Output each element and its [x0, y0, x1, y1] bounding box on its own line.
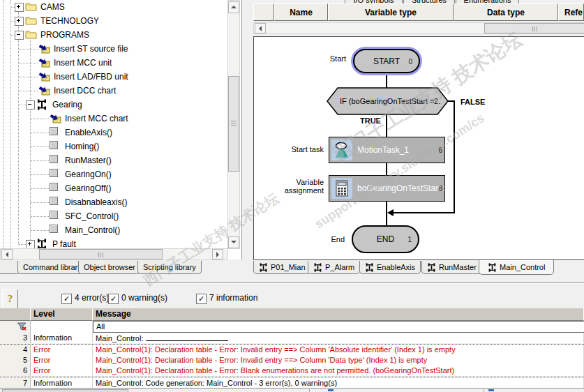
start-side-label: Start — [303, 54, 346, 63]
message-table-corner-header — [0, 308, 31, 321]
tab-label: Command library — [23, 262, 82, 273]
tree-item-gearingon[interactable]: GearingOn() — [0, 167, 225, 181]
tree-item-main-control[interactable]: Main_Control() — [0, 223, 225, 237]
block-number: 8 — [438, 185, 442, 193]
scroll-thumb[interactable] — [484, 23, 584, 33]
tab-label: Scripting library — [143, 262, 196, 273]
declaration-horizontal-scrollbar[interactable] — [253, 22, 584, 34]
expand-plus-icon[interactable] — [15, 3, 24, 12]
tree-item-runmaster[interactable]: RunMaster() — [0, 153, 225, 167]
folder-icon — [25, 15, 37, 25]
tab-p01-mian[interactable]: P01_Mian — [253, 261, 311, 274]
mcc-chart-canvas[interactable]: Start START 0 IF (boGearingOnTestStart =… — [253, 36, 584, 260]
row-message: Main_Control: Code generation: Main_Cont… — [93, 378, 584, 388]
tab-object-browser[interactable]: Object browser — [78, 261, 141, 274]
filter-funnel-icon — [17, 322, 27, 331]
expand-plus-icon[interactable] — [15, 17, 24, 26]
column-header-name[interactable]: Name — [274, 3, 328, 21]
mcc-unit-icon — [36, 99, 47, 110]
message-table-level-header[interactable]: Level — [31, 308, 93, 321]
column-label: Refe — [564, 8, 583, 17]
warnings-checkbox[interactable] — [108, 294, 119, 304]
tree-item-cams[interactable]: CAMS — [0, 0, 225, 14]
program-icon — [50, 211, 58, 219]
start-block[interactable]: START 0 — [353, 49, 420, 73]
start-block-label: START — [373, 56, 400, 66]
scroll-up-button[interactable] — [228, 1, 239, 13]
information-checkbox[interactable] — [196, 294, 207, 304]
program-icon — [50, 225, 58, 233]
tab-enableaxis[interactable]: EnableAxis — [359, 261, 421, 274]
filter-row-corner[interactable] — [0, 321, 31, 333]
tree-item-insert-mcc-unit[interactable]: Insert MCC unit — [0, 56, 225, 70]
tab-p-alarm[interactable]: P_Alarm — [308, 261, 360, 274]
folder-icon — [25, 1, 37, 11]
tab-main-control[interactable]: Main_Control — [479, 260, 554, 275]
decision-block[interactable]: IF (boGearingOnTestStart =... — [340, 97, 441, 105]
tree-item-insert-st-source[interactable]: Insert ST source file — [0, 42, 225, 56]
tree-item-label: Insert MCC unit — [52, 58, 113, 68]
output-message-pane: ? 4 error(s) 0 warning(s) 7 information … — [0, 282, 584, 392]
scroll-down-button[interactable] — [228, 236, 239, 248]
tab-label: Object browser — [84, 262, 135, 273]
motion-task-icon — [331, 140, 352, 160]
column-header-reference[interactable]: Refe — [558, 3, 584, 21]
folder-icon — [25, 29, 37, 39]
tree-connector — [31, 119, 49, 119]
scroll-thumb[interactable] — [228, 76, 239, 172]
bottom-tab-icon — [328, 389, 334, 391]
variable-assignment-block[interactable]: boGearingOnTestStart :.. 8 — [329, 175, 445, 202]
expand-minus-icon[interactable] — [15, 31, 24, 40]
tab-command-library[interactable]: Command library — [17, 261, 87, 274]
tab-runmaster[interactable]: RunMaster — [421, 261, 482, 274]
errors-checkbox[interactable] — [61, 294, 72, 304]
tree-item-enableaxis[interactable]: EnableAxis() — [0, 126, 225, 140]
bottom-tab[interactable] — [2, 389, 128, 392]
tree-item-homing[interactable]: Homing() — [0, 140, 225, 153]
scroll-left-button[interactable] — [1, 249, 13, 259]
bottom-tab-strip — [0, 388, 584, 392]
column-header-corner — [253, 3, 274, 21]
tree-item-insert-dcc[interactable]: Insert DCC chart — [0, 84, 225, 98]
tree-item-sfc-control[interactable]: SFC_Control() — [0, 209, 225, 223]
row-level: Error — [31, 365, 93, 376]
tree-vertical-scrollbar[interactable] — [227, 0, 240, 249]
mcc-chart-icon — [365, 263, 374, 272]
tab-label: EnableAxis — [377, 262, 415, 273]
scroll-thumb[interactable] — [39, 249, 163, 259]
tree-item-programs[interactable]: PROGRAMS — [0, 28, 225, 42]
start-task-block[interactable]: MotionTask_1 6 — [329, 137, 445, 163]
scroll-right-button[interactable] — [212, 249, 223, 259]
scroll-left-button[interactable] — [255, 23, 266, 33]
assignment-block-label: boGearingOnTestStart :.. — [357, 176, 450, 201]
tree-item-label: SFC_Control() — [63, 211, 120, 221]
column-header-variable-type[interactable]: Variable type — [328, 3, 454, 21]
tab-label: P01_Mian — [271, 262, 306, 273]
filter-row-level[interactable] — [31, 321, 93, 333]
tree-item-gearingoff[interactable]: GearingOff() — [0, 181, 225, 195]
tree-item-gearing[interactable]: Gearing — [0, 98, 225, 112]
message-table-message-header[interactable]: Message — [93, 308, 584, 321]
tree-connector — [19, 77, 38, 77]
filter-row-message[interactable]: All — [93, 321, 584, 333]
tree-connector — [31, 160, 49, 161]
tree-item-insert-mcc-chart[interactable]: Insert MCC chart — [0, 112, 225, 126]
tree-horizontal-scrollbar[interactable] — [0, 248, 228, 260]
tree-item-disabnableaxis[interactable]: Disabnableaxis() — [0, 195, 225, 209]
row-number: 6 — [0, 365, 31, 376]
expand-minus-icon[interactable] — [26, 100, 35, 110]
help-button[interactable]: ? — [2, 289, 18, 309]
bottom-tab-divider — [484, 389, 484, 392]
tree-item-label: PROGRAMS — [39, 30, 91, 40]
column-header-data-type[interactable]: Data type — [454, 3, 558, 21]
simotion-scout-window: CAMS TECHNOLOGY PROGRAMS Insert ST sourc… — [0, 0, 584, 392]
tree-item-label: EnableAxis() — [63, 128, 114, 137]
insert-icon — [50, 113, 62, 123]
row-number: 3 — [0, 333, 31, 343]
tree-item-label: Insert ST source file — [52, 44, 130, 54]
end-block[interactable]: END 1 — [352, 225, 419, 253]
tree-item-insert-ladfbd[interactable]: Insert LAD/FBD unit — [0, 70, 225, 84]
tree-item-technology[interactable]: TECHNOLOGY — [0, 14, 225, 28]
tab-scripting-library[interactable]: Scripting library — [137, 261, 202, 274]
mcc-chart-icon — [313, 263, 322, 272]
